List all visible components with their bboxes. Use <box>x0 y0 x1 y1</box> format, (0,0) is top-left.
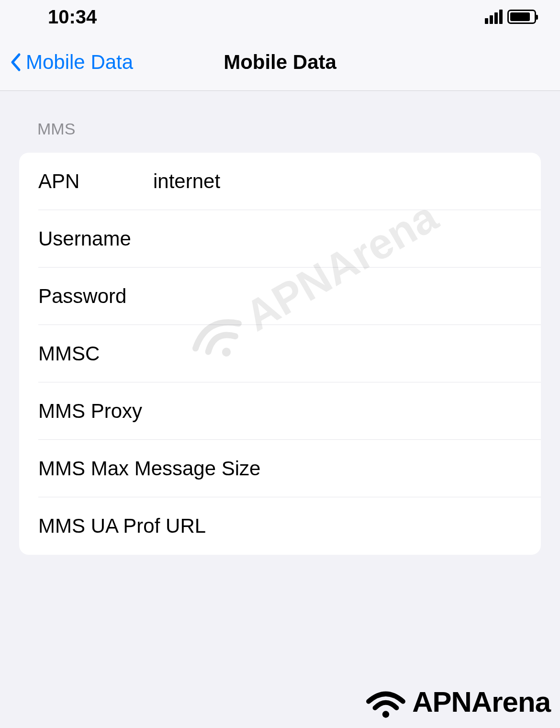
battery-icon <box>507 10 536 24</box>
settings-row-mms-proxy[interactable]: MMS Proxy <box>19 382 541 440</box>
mms-max-size-label: MMS Max Message Size <box>38 457 260 480</box>
chevron-left-icon <box>10 53 21 72</box>
section-header-mms: MMS <box>0 120 560 153</box>
mms-ua-prof-input[interactable] <box>206 515 522 538</box>
signal-icon <box>485 10 503 24</box>
mms-max-size-input[interactable] <box>260 457 522 480</box>
mmsc-label: MMSC <box>38 342 153 365</box>
status-indicators <box>485 10 536 24</box>
footer-logo-text: APNArena <box>412 685 550 718</box>
wifi-icon <box>364 686 407 717</box>
status-bar: 10:34 <box>0 0 560 34</box>
settings-row-apn[interactable]: APN <box>19 153 541 210</box>
settings-row-mmsc[interactable]: MMSC <box>19 325 541 382</box>
content: MMS APN Username Password MMSC MMS Proxy… <box>0 91 560 555</box>
apn-input[interactable] <box>153 170 522 193</box>
mms-ua-prof-label: MMS UA Prof URL <box>38 515 206 538</box>
status-time: 10:34 <box>48 6 97 28</box>
settings-group-mms: APN Username Password MMSC MMS Proxy MMS… <box>19 153 541 555</box>
password-input[interactable] <box>153 285 522 308</box>
password-label: Password <box>38 285 153 308</box>
svg-point-1 <box>382 711 389 717</box>
mms-proxy-input[interactable] <box>142 400 522 423</box>
settings-row-username[interactable]: Username <box>19 210 541 268</box>
mmsc-input[interactable] <box>153 342 522 365</box>
back-button[interactable]: Mobile Data <box>10 51 133 74</box>
nav-header: Mobile Data Mobile Data <box>0 34 560 91</box>
username-label: Username <box>38 227 153 250</box>
settings-row-mms-max-size[interactable]: MMS Max Message Size <box>19 440 541 497</box>
username-input[interactable] <box>153 227 522 250</box>
mms-proxy-label: MMS Proxy <box>38 400 142 423</box>
settings-row-password[interactable]: Password <box>19 268 541 325</box>
settings-row-mms-ua-prof[interactable]: MMS UA Prof URL <box>19 497 541 555</box>
apn-label: APN <box>38 170 153 193</box>
page-title: Mobile Data <box>224 51 336 74</box>
back-label: Mobile Data <box>26 51 133 74</box>
footer-logo: APNArena <box>364 685 550 718</box>
